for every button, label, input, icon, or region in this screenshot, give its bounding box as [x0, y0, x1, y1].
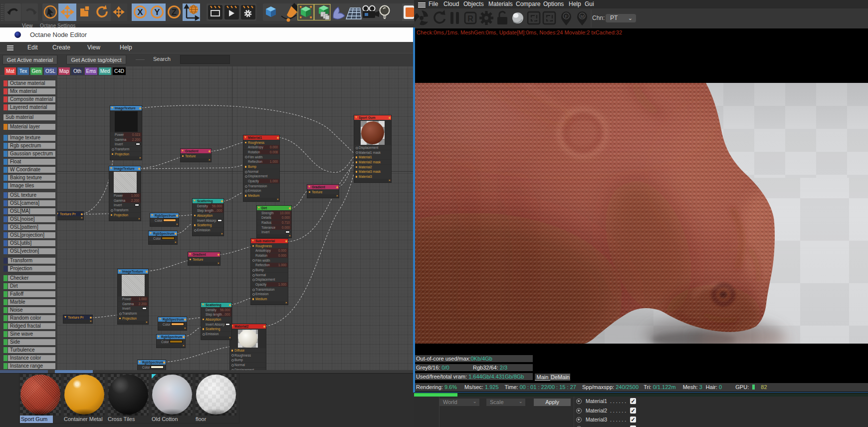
svg-text:R: R	[467, 14, 473, 23]
svg-text:Z: Z	[172, 7, 177, 17]
svg-text:F: F	[565, 14, 568, 19]
svg-text:X: X	[137, 7, 143, 17]
svg-text:Y: Y	[154, 7, 160, 17]
svg-text:M: M	[580, 14, 584, 19]
